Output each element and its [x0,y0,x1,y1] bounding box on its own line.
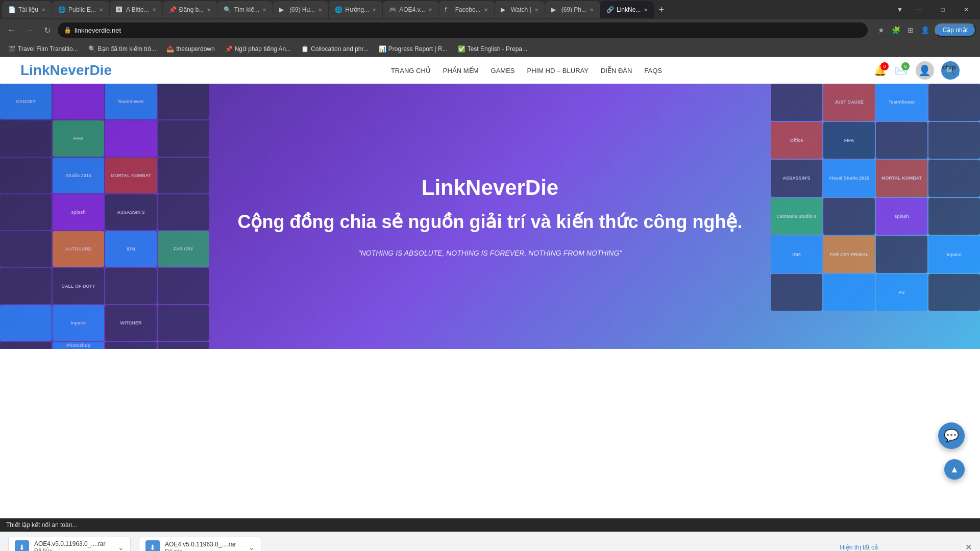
browser-tab-tab7[interactable]: 🌐Hướng...✕ [329,1,382,18]
browser-chrome: 📄Tài liệu✕🌐Public E...✕🅰A Bitte...✕📌Đăng… [0,0,980,57]
download-status-1: Đã hủy [34,547,113,551]
notification-badge: 0 [880,62,889,70]
nav-back[interactable]: ← [4,23,18,37]
status-bar: Thiết lập kết nối an toàn... [0,518,980,532]
user-info: chip 0 LND [942,63,960,78]
download-icon-0: ⬇ [145,540,160,552]
bookmark-item[interactable]: 📥thesuperdown [162,44,218,54]
nav-forward[interactable]: → [22,23,37,37]
downloads-bar: ⬇ AOE4.v5.0.11963.0_....rar Đã hủy ⌄ ⬇ A… [0,532,980,551]
maximize-button[interactable]: □ [931,0,954,19]
scroll-top-button[interactable]: ▲ [944,459,965,480]
nav-link-phần-mềm[interactable]: PHẦN MỀM [443,67,479,74]
website: LinkNeverDie TRANG CHỦPHẦN MỀMGAMESPHIM … [0,57,980,532]
hero-quote: "NOTHING IS ABSOLUTE, NOTHING IS FOREVER… [358,249,622,257]
lock-icon: 🔒 [64,27,71,34]
nav-link-diễn-đàn[interactable]: DIỄN ĐÀN [601,67,632,74]
nav-link-games[interactable]: GAMES [491,67,515,74]
browser-tab-tab6[interactable]: ▶(69) Hu...✕ [273,1,328,18]
downloads-close-icon[interactable]: ✕ [965,542,972,551]
nav-link-phim-hd-–-bluray[interactable]: PHIM HD – BLURAY [527,67,589,74]
browser-tab-tab3[interactable]: 🅰A Bitte...✕ [110,1,162,18]
toolbar-icons: ★ 🧩 ⊞ 👤 Cập nhật [876,23,976,37]
browser-tab-tab5[interactable]: 🔍Tìm kiế...✕ [217,1,273,18]
window-controls: —□✕ [908,0,978,19]
address-bar[interactable]: 🔒 linkneverdie.net [58,22,868,38]
address-bar-row: ← → ↻ 🔒 linkneverdie.net ★ 🧩 ⊞ 👤 Cập nhậ… [0,19,980,41]
hero-section: GADGETTeamViewerFIFAStudio 2015MORTAL KO… [0,84,980,349]
tab-bar: 📄Tài liệu✕🌐Public E...✕🅰A Bitte...✕📌Đăng… [0,0,980,19]
nav-reload[interactable]: ↻ [41,23,54,37]
profile-icon[interactable]: 👤 [919,24,932,36]
nav-link-faqs[interactable]: FAQS [644,67,662,74]
tab-scroll-arrows: ▼ [895,4,905,15]
bookmark-item[interactable]: 🎬Travel Film Transitio... [4,44,82,54]
browser-tab-tab9[interactable]: fFacebo...✕ [439,1,494,18]
new-tab-button[interactable]: + [654,5,668,15]
browser-tab-tab1[interactable]: 📄Tài liệu✕ [2,1,52,18]
bookmark-item[interactable]: 🔍Bạn đã tìm kiếm trò... [84,44,161,54]
browser-tab-tab4[interactable]: 📌Đăng b...✕ [163,1,217,18]
notification-icon[interactable]: 🔔 0 [874,64,887,77]
download-item-1[interactable]: ⬇ AOE4.v5.0.11963.0_....rar Đã hủy ⌄ [8,537,131,552]
hero-content: LinkNeverDie Cộng đồng chia sẻ nguồn giả… [0,84,980,349]
download-icon-1: ⬇ [15,540,29,552]
browser-tab-tab10[interactable]: ▶Watch |✕ [495,1,545,18]
download-status-0: Đã xóa [165,548,243,552]
user-points: 0 LND [942,71,960,78]
extension-icon[interactable]: 🧩 [890,24,902,36]
download-name-1: AOE4.v5.0.11963.0_....rar [34,540,113,547]
download-name-0: AOE4.v5.0.11963.0_....rar [165,541,243,548]
close-button[interactable]: ✕ [954,0,978,19]
download-chevron-1[interactable]: ⌄ [118,543,124,552]
tab-scroll-left[interactable]: ▼ [895,4,905,15]
browser-tab-tab8[interactable]: 🎮AOE4.v...✕ [383,1,438,18]
site-nav: TRANG CHỦPHẦN MỀMGAMESPHIM HD – BLURAYDI… [391,67,662,74]
bookmark-star-icon[interactable]: ★ [876,24,887,36]
message-icon[interactable]: ✉️ 6 [895,64,908,77]
download-chevron-0[interactable]: ⌄ [249,543,255,552]
status-text: Thiết lập kết nối an toàn... [6,521,77,529]
download-item-0[interactable]: ⬇ AOE4.v5.0.11963.0_....rar Đã xóa ⌄ [139,537,261,552]
address-text: linkneverdie.net [75,27,862,34]
avatar[interactable]: 👤 [916,61,934,80]
nav-link-trang-chủ[interactable]: TRANG CHỦ [391,67,431,74]
header-right-icons: 🔔 0 ✉️ 6 👤 chip 0 LND [874,61,960,80]
chat-button[interactable]: 💬 [938,422,965,449]
profile-button[interactable]: Cập nhật [935,23,976,37]
hero-title: LinkNeverDie [422,176,558,200]
bookmark-item[interactable]: 📋Collocation and phr... [297,44,373,54]
user-name: chip [942,63,960,71]
download-info-1: AOE4.v5.0.11963.0_....rar Đã hủy [34,540,113,551]
bookmark-item[interactable]: ✅Test English - Prepa... [454,44,531,54]
browser-tab-tab2[interactable]: 🌐Public E...✕ [52,1,109,18]
profile-settings-icon[interactable]: ⊞ [905,24,916,36]
message-badge: 6 [901,62,910,70]
hero-subtitle: Cộng đồng chia sẻ nguồn giải trí và kiến… [237,210,742,234]
downloads-show-all[interactable]: Hiện thị tất cả [840,544,878,551]
browser-tab-tab11[interactable]: ▶(69) Ph...✕ [545,1,600,18]
site-logo[interactable]: LinkNeverDie [20,62,112,79]
download-info-0: AOE4.v5.0.11963.0_....rar Đã xóa [165,541,243,552]
bookmark-item[interactable]: 📌Ngữ pháp tiếng An... [221,44,295,54]
site-header: LinkNeverDie TRANG CHỦPHẦN MỀMGAMESPHIM … [0,57,980,84]
minimize-button[interactable]: — [908,0,931,19]
browser-tab-tab12[interactable]: 🔗LinkNe...✕ [600,1,654,18]
bookmarks-bar: 🎬Travel Film Transitio...🔍Bạn đã tìm kiế… [0,41,980,57]
bookmark-item[interactable]: 📊Progress Report | R... [375,44,452,54]
